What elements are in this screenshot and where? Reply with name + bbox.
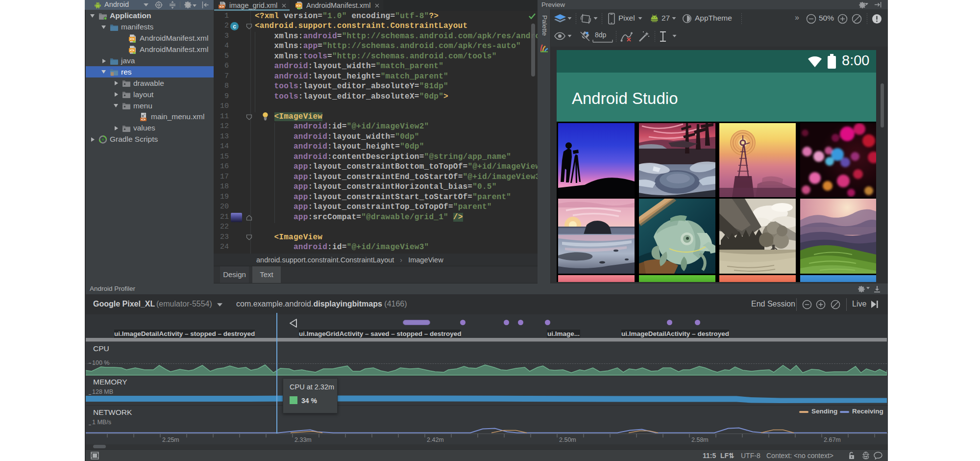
svg-text:<>: <> (296, 3, 301, 8)
svg-text:<>: <> (130, 48, 135, 52)
svg-text:<>: <> (130, 37, 135, 41)
svg-text:<>: <> (141, 117, 146, 121)
svg-text:<>: <> (220, 4, 224, 9)
svg-text:c: c (233, 23, 236, 30)
